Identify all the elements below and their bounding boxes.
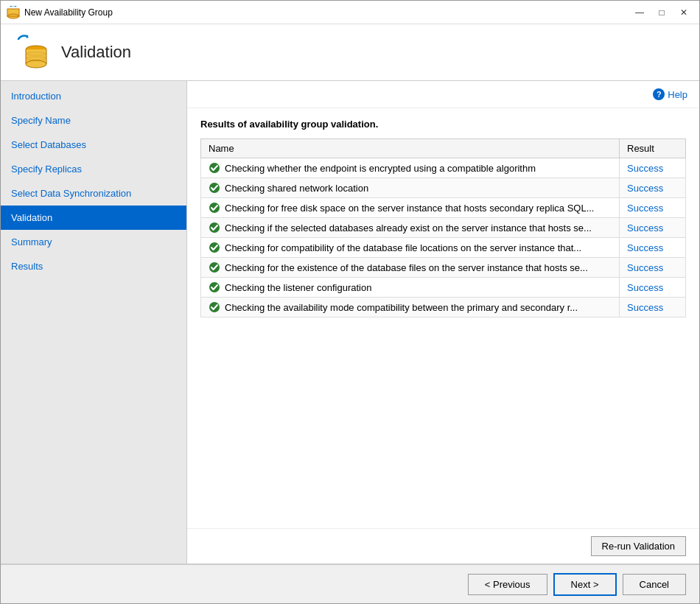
validation-result: Success: [620, 238, 686, 258]
result-link[interactable]: Success: [627, 302, 663, 313]
sidebar-item-introduction[interactable]: Introduction: [1, 84, 186, 108]
sidebar-item-validation[interactable]: Validation: [1, 206, 186, 230]
validation-check-name: Checking the availability mode compatibi…: [201, 298, 620, 317]
result-link[interactable]: Success: [627, 183, 663, 194]
maximize-button[interactable]: □: [652, 5, 671, 20]
rerun-validation-button[interactable]: Re-run Validation: [591, 536, 686, 556]
header-icon: [13, 33, 51, 71]
main-window: New Availability Group — □ ✕: [0, 0, 700, 604]
success-check-icon: [209, 182, 220, 194]
previous-button[interactable]: < Previous: [468, 574, 547, 595]
sidebar-item-select-databases[interactable]: Select Databases: [1, 133, 186, 157]
success-check-icon: [209, 261, 220, 273]
sidebar-item-select-data-sync[interactable]: Select Data Synchronization: [1, 181, 186, 206]
main-content: IntroductionSpecify NameSelect Databases…: [1, 81, 699, 563]
result-link[interactable]: Success: [627, 262, 663, 273]
table-row: Checking for free disk space on the serv…: [201, 198, 686, 218]
validation-check-name: Checking the listener configuration: [201, 278, 620, 298]
sidebar-item-summary[interactable]: Summary: [1, 230, 186, 254]
validation-result: Success: [620, 178, 686, 198]
col-header-name: Name: [201, 139, 620, 158]
success-check-icon: [209, 281, 220, 293]
result-link[interactable]: Success: [627, 203, 663, 214]
check-description: Checking for compatibility of the databa…: [225, 242, 581, 253]
page-header: Validation: [1, 24, 699, 81]
rerun-area: Re-run Validation: [187, 528, 699, 563]
minimize-button[interactable]: —: [630, 5, 649, 20]
help-label: Help: [668, 89, 687, 100]
sidebar-item-specify-replicas[interactable]: Specify Replicas: [1, 157, 186, 181]
check-description: Checking for free disk space on the serv…: [225, 203, 594, 214]
validation-check-name: Checking shared network location: [201, 178, 620, 198]
page-title: Validation: [61, 43, 131, 62]
success-check-icon: [209, 242, 220, 253]
success-check-icon: [209, 301, 220, 313]
success-check-icon: [209, 222, 220, 233]
check-description: Checking shared network location: [225, 183, 368, 194]
app-icon: [7, 6, 20, 19]
validation-result: Success: [620, 158, 686, 178]
results-title: Results of availability group validation…: [200, 119, 686, 130]
validation-result: Success: [620, 278, 686, 298]
result-link[interactable]: Success: [627, 282, 663, 293]
content-body: Results of availability group validation…: [187, 108, 699, 528]
validation-result: Success: [620, 258, 686, 278]
validation-result: Success: [620, 298, 686, 317]
help-link[interactable]: ? Help: [653, 88, 687, 100]
sidebar-item-specify-name[interactable]: Specify Name: [1, 108, 186, 133]
table-row: Checking if the selected databases alrea…: [201, 218, 686, 238]
col-header-result: Result: [620, 139, 686, 158]
result-link[interactable]: Success: [627, 242, 663, 253]
result-link[interactable]: Success: [627, 163, 663, 174]
check-description: Checking the listener configuration: [225, 282, 371, 293]
check-description: Checking whether the endpoint is encrypt…: [225, 163, 536, 174]
check-description: Checking for the existence of the databa…: [225, 262, 588, 273]
table-row: Checking for the existence of the databa…: [201, 258, 686, 278]
content-area: ? Help Results of availability group val…: [187, 81, 699, 563]
validation-check-name: Checking for compatibility of the databa…: [201, 238, 620, 258]
content-header: ? Help: [187, 81, 699, 108]
validation-result: Success: [620, 198, 686, 218]
check-description: Checking if the selected databases alrea…: [225, 222, 592, 233]
check-description: Checking the availability mode compatibi…: [225, 302, 578, 313]
cancel-button[interactable]: Cancel: [623, 574, 686, 595]
table-row: Checking for compatibility of the databa…: [201, 238, 686, 258]
sidebar-item-results[interactable]: Results: [1, 254, 186, 278]
validation-table: Name Result Checking whether the endpoin…: [200, 138, 686, 317]
validation-check-name: Checking if the selected databases alrea…: [201, 218, 620, 238]
validation-check-name: Checking for the existence of the databa…: [201, 258, 620, 278]
footer: < Previous Next > Cancel: [1, 563, 699, 603]
validation-result: Success: [620, 218, 686, 238]
success-check-icon: [209, 202, 220, 214]
title-bar: New Availability Group — □ ✕: [1, 1, 699, 24]
svg-point-6: [26, 60, 46, 68]
success-check-icon: [209, 162, 220, 174]
table-row: Checking the listener configurationSucce…: [201, 278, 686, 298]
help-icon: ?: [653, 88, 665, 100]
close-button[interactable]: ✕: [674, 5, 693, 20]
window-controls: — □ ✕: [630, 5, 693, 20]
sidebar: IntroductionSpecify NameSelect Databases…: [1, 81, 187, 563]
next-button[interactable]: Next >: [553, 573, 617, 596]
table-row: Checking whether the endpoint is encrypt…: [201, 158, 686, 178]
table-row: Checking the availability mode compatibi…: [201, 298, 686, 317]
table-row: Checking shared network locationSuccess: [201, 178, 686, 198]
window-title: New Availability Group: [24, 7, 630, 18]
result-link[interactable]: Success: [627, 222, 663, 233]
validation-check-name: Checking whether the endpoint is encrypt…: [201, 158, 620, 178]
validation-check-name: Checking for free disk space on the serv…: [201, 198, 620, 218]
